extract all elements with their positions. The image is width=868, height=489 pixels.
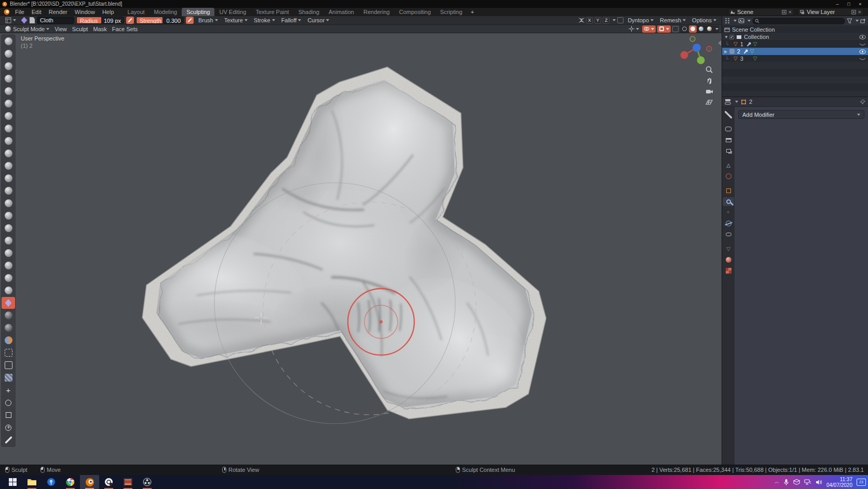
- eye-closed-icon[interactable]: [859, 42, 866, 47]
- menu-file[interactable]: File: [11, 8, 28, 16]
- menu-window[interactable]: Window: [71, 8, 99, 16]
- properties-tab-physics[interactable]: [723, 219, 734, 228]
- sidebar-collapse-arrow[interactable]: [718, 40, 721, 46]
- object-row-1[interactable]: └ ▽ 1 ▽: [722, 40, 868, 48]
- axis-y-positive[interactable]: [697, 57, 705, 64]
- mirror-x-toggle[interactable]: X: [586, 17, 593, 24]
- workspace-tab-rendering[interactable]: Rendering: [359, 8, 395, 16]
- tool-draw-sharp[interactable]: [2, 48, 15, 60]
- axis-z-positive[interactable]: [693, 44, 701, 52]
- pan-hand-icon[interactable]: [705, 76, 713, 85]
- browse-brush-icon[interactable]: [30, 17, 35, 23]
- tool-clay-strips[interactable]: [2, 73, 15, 85]
- menu-face-sets[interactable]: Face Sets: [110, 25, 141, 33]
- properties-tab-tool[interactable]: [723, 110, 734, 119]
- tool-pose[interactable]: [2, 247, 15, 259]
- tool-nudge[interactable]: [2, 260, 15, 271]
- snap-toggle[interactable]: [617, 17, 623, 23]
- tool-move[interactable]: [2, 384, 15, 396]
- show-gizmo-dropdown[interactable]: [627, 25, 641, 33]
- workspace-tab-texture-paint[interactable]: Texture Paint: [251, 8, 293, 16]
- scene-selector[interactable]: Scene ×: [728, 8, 794, 16]
- tool-crease[interactable]: [2, 135, 15, 147]
- workspace-tab-shading[interactable]: Shading: [294, 8, 324, 16]
- mode-selector[interactable]: Sculpt Mode: [3, 25, 52, 33]
- properties-tab-object-data[interactable]: ▽: [723, 244, 734, 253]
- unlink-scene-icon[interactable]: ×: [789, 9, 792, 15]
- workspace-tab-modeling[interactable]: Modeling: [150, 8, 182, 16]
- navigation-gizmo[interactable]: [674, 34, 714, 64]
- menu-options[interactable]: Options: [689, 17, 719, 24]
- display-mode-icon[interactable]: [724, 18, 730, 24]
- notifications-icon[interactable]: 23: [857, 479, 866, 486]
- mirror-z-toggle[interactable]: Z: [603, 17, 609, 24]
- properties-tab-modifiers[interactable]: [723, 197, 734, 206]
- menu-brush[interactable]: Brush: [196, 17, 221, 24]
- properties-tab-scene[interactable]: △: [723, 161, 734, 170]
- menu-sculpt[interactable]: Sculpt: [70, 25, 91, 33]
- shading-dropdown-icon[interactable]: [715, 28, 718, 30]
- menu-dyntopo[interactable]: Dyntopo: [625, 17, 656, 24]
- strength-pressure-toggle[interactable]: [186, 17, 194, 24]
- eye-open-icon[interactable]: [859, 49, 866, 55]
- taskbar-color-stripes-app-button[interactable]: [118, 475, 138, 489]
- taskbar-chrome-button[interactable]: [61, 475, 80, 489]
- microphone-icon[interactable]: [783, 479, 789, 485]
- tool-transform[interactable]: [2, 422, 15, 433]
- view-layer-selector[interactable]: View Layer ×: [797, 8, 864, 16]
- tool-rotate-transform[interactable]: [2, 397, 15, 409]
- pin-icon[interactable]: [860, 99, 865, 105]
- menu-texture[interactable]: Texture: [222, 17, 250, 24]
- tool-snake-hook[interactable]: [2, 222, 15, 234]
- camera-view-icon[interactable]: [705, 87, 713, 96]
- radius-pressure-toggle[interactable]: [126, 17, 134, 24]
- tool-mask[interactable]: [2, 322, 15, 334]
- taskbar-blender-button[interactable]: [80, 475, 99, 489]
- filter-mode-icon[interactable]: [738, 18, 744, 24]
- shared-folder-icon[interactable]: [793, 479, 800, 485]
- viewport-3d[interactable]: User Perspective (1) 2: [0, 33, 722, 465]
- tool-fill[interactable]: [2, 172, 15, 184]
- remove-view-layer-icon[interactable]: ×: [858, 9, 861, 15]
- add-workspace-button[interactable]: +: [467, 8, 478, 16]
- maximize-button[interactable]: □: [843, 0, 855, 8]
- taskbar-map-pin-app-button[interactable]: [42, 475, 61, 489]
- radius-slider[interactable]: Radius 109 px: [76, 17, 124, 24]
- tool-layer[interactable]: [2, 98, 15, 110]
- workspace-tab-animation[interactable]: Animation: [324, 8, 359, 16]
- tool-clay-thumb[interactable]: [2, 85, 15, 97]
- menu-stroke[interactable]: Stroke: [251, 17, 278, 24]
- axis-y-negative[interactable]: [690, 36, 695, 42]
- menu-help[interactable]: Help: [99, 8, 118, 16]
- tool-multiplane-scrape[interactable]: [2, 197, 15, 209]
- tool-smooth[interactable]: [2, 147, 15, 159]
- show-xray-toggle[interactable]: [657, 25, 671, 33]
- collection-checkbox[interactable]: ✓: [729, 35, 734, 39]
- active-brush-thumbnail[interactable]: [21, 17, 28, 24]
- network-icon[interactable]: [804, 479, 811, 485]
- menu-view[interactable]: View: [52, 25, 70, 33]
- menu-falloff[interactable]: Falloff: [279, 17, 304, 24]
- close-button[interactable]: ×: [855, 0, 866, 8]
- menu-render[interactable]: Render: [45, 8, 71, 16]
- tool-flatten[interactable]: [2, 160, 15, 172]
- tool-clay[interactable]: [2, 60, 15, 72]
- volume-icon[interactable]: [816, 479, 822, 485]
- tool-box-hide[interactable]: [2, 359, 15, 371]
- properties-tab-render[interactable]: [723, 125, 734, 133]
- tool-scrape[interactable]: [2, 185, 15, 197]
- editor-type-button[interactable]: [3, 17, 19, 24]
- tool-annotate[interactable]: [2, 434, 15, 446]
- tool-elastic-deform[interactable]: [2, 210, 15, 222]
- axis-x-positive[interactable]: [681, 51, 688, 59]
- shading-wireframe-button[interactable]: [681, 25, 688, 33]
- mirror-y-toggle[interactable]: Y: [594, 17, 601, 24]
- filter-funnel-icon[interactable]: [847, 18, 852, 24]
- eye-closed-icon[interactable]: [859, 56, 866, 62]
- axis-x-negative[interactable]: [707, 46, 712, 51]
- properties-tab-material[interactable]: [723, 255, 734, 264]
- strength-slider[interactable]: Strength 0.300: [136, 17, 184, 24]
- properties-tab-world[interactable]: [723, 172, 734, 181]
- tool-rotate[interactable]: [2, 272, 15, 284]
- properties-editor-icon[interactable]: [725, 99, 731, 105]
